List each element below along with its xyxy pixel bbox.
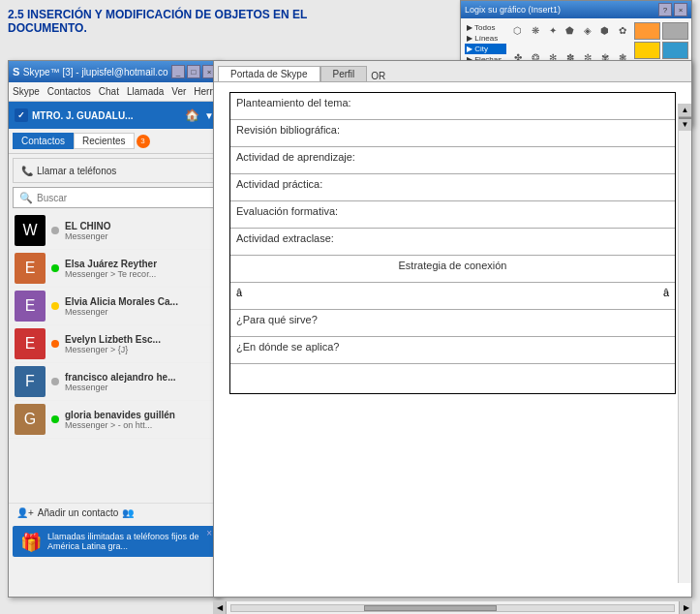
label-revision: Revisión bibliográfica: xyxy=(236,124,340,136)
skype-maximize-button[interactable]: □ xyxy=(187,65,200,78)
scrollbar-down-button[interactable]: ▼ xyxy=(679,117,691,131)
contact-name: EL CHINO xyxy=(65,221,214,231)
hscroll-thumb[interactable] xyxy=(364,605,497,611)
hscroll-right-button[interactable]: ▶ xyxy=(679,601,692,615)
word-scrollbar[interactable]: ▲ ▼ xyxy=(678,104,691,583)
row-actividad-practica: Actividad práctica: xyxy=(230,174,675,201)
skype-minimize-button[interactable]: _ xyxy=(171,65,185,78)
contact-avatar: W xyxy=(15,215,46,246)
shape-item[interactable]: ⬡ xyxy=(510,22,526,38)
contact-item[interactable]: EElvia Alicia Morales Ca...Messenger xyxy=(9,288,220,325)
contact-info: EL CHINOMessenger xyxy=(65,221,214,241)
menu-contactos[interactable]: Contactos xyxy=(47,86,91,97)
label-extraclase: Actividad extraclase: xyxy=(236,232,334,244)
contact-status: Messenger > Te recor... xyxy=(65,269,214,279)
contact-info: francisco alejandro he...Messenger xyxy=(65,372,214,392)
contact-item[interactable]: Ffrancisco alejandro he...Messenger xyxy=(9,363,220,401)
sidebar-item-todos[interactable]: ▶ Todos xyxy=(465,22,506,33)
shapes-minimize-button[interactable]: ? xyxy=(658,3,672,16)
status-indicator xyxy=(51,340,59,348)
shape-item[interactable]: ◈ xyxy=(580,22,595,38)
people-icon: 👥 xyxy=(122,507,134,518)
shapes-title: Logix su gráfico (Insert1) xyxy=(465,5,561,15)
search-input[interactable] xyxy=(37,193,209,203)
contact-item[interactable]: Ggloria benavides guillénMessenger > - o… xyxy=(9,401,220,439)
search-icon: 🔍 xyxy=(19,192,33,204)
color-btn-orange[interactable] xyxy=(634,22,660,40)
skype-tabs: Contactos Recientes 3 xyxy=(9,129,220,154)
row-para-que: ¿Para qué sirve? xyxy=(230,310,675,337)
skype-toolbar: ✓ MTRO. J. GUADALU... 🏠 ▼ xyxy=(9,102,220,129)
contact-status: Messenger > - on htt... xyxy=(65,420,214,430)
tab-contacts[interactable]: Contactos xyxy=(13,133,74,149)
skype-promo-banner: × 🎁 Llamadas ilimitadas a teléfonos fijo… xyxy=(13,526,216,557)
scrollbar-up-button[interactable]: ▲ xyxy=(679,104,691,117)
color-btn-blue[interactable] xyxy=(662,42,688,59)
row-estrategia: Estrategia de conexión xyxy=(230,256,675,283)
contact-info: gloria benavides guillénMessenger > - on… xyxy=(65,410,214,430)
menu-chat[interactable]: Chat xyxy=(99,86,119,97)
contact-item[interactable]: EElsa Juárez ReytherMessenger > Te recor… xyxy=(9,250,220,288)
contact-info: Evelyn Lizbeth Esc...Messenger > {J} xyxy=(65,334,214,354)
contact-name: francisco alejandro he... xyxy=(65,372,214,383)
shape-item[interactable]: ⬟ xyxy=(563,22,578,38)
contact-avatar: E xyxy=(15,328,46,359)
shape-item[interactable]: ✿ xyxy=(615,22,630,38)
scrollbar-thumb[interactable] xyxy=(679,117,691,119)
search-box[interactable]: 🔍 xyxy=(13,187,216,208)
row-extraclase: Actividad extraclase: xyxy=(230,229,675,256)
header-line1: 2.5 INSERCIÓN Y MODIFICACIÓN DE OBJETOS … xyxy=(8,8,443,21)
contact-status: Messenger xyxy=(65,231,214,241)
skype-title: Skype™ [3] - jlupisfel@hotmail.co xyxy=(19,67,171,77)
home-icon[interactable]: 🏠 xyxy=(183,107,200,124)
promo-icon: 🎁 xyxy=(20,532,42,553)
phone-icon: 📞 xyxy=(21,166,33,176)
skype-titlebar: S Skype™ [3] - jlupisfel@hotmail.co _ □ … xyxy=(9,61,220,82)
skype-checked-icon: ✓ xyxy=(15,108,28,122)
contact-status: Messenger > {J} xyxy=(65,345,214,354)
contact-info: Elsa Juárez ReytherMessenger > Te recor.… xyxy=(65,259,214,279)
contact-item[interactable]: WEL CHINOMessenger xyxy=(9,212,220,250)
document-table: Planteamiento del tema: Revisión bibliog… xyxy=(229,92,676,394)
skype-title-buttons: _ □ × xyxy=(171,65,216,78)
sidebar-item-lines[interactable]: ▶ Líneas xyxy=(465,33,506,44)
contact-name: Elvia Alicia Morales Ca... xyxy=(65,296,214,307)
hscroll-track[interactable] xyxy=(230,604,675,612)
tab-portada[interactable]: Portada de Skype xyxy=(218,66,320,81)
contact-name: gloria benavides guillén xyxy=(65,410,214,420)
shapes-titlebar: Logix su gráfico (Insert1) ? × xyxy=(461,1,691,18)
add-icon: 👤+ xyxy=(16,507,34,518)
menu-llamada[interactable]: Llamada xyxy=(127,86,164,97)
status-indicator xyxy=(51,302,59,310)
color-btn-gray[interactable] xyxy=(662,22,688,40)
shape-item[interactable]: ❋ xyxy=(528,22,543,38)
sidebar-item-city[interactable]: ▶ City xyxy=(465,44,506,54)
menu-skype[interactable]: Skype xyxy=(13,86,40,97)
shape-item[interactable]: ✦ xyxy=(545,22,561,38)
label-actividad-practica: Actividad práctica: xyxy=(236,178,322,190)
arrow-right: â xyxy=(663,287,669,298)
call-phones-button[interactable]: 📞 Llamar a teléfonos xyxy=(13,158,216,183)
word-window: Portada de Skype Perfil OR Planteamiento… xyxy=(213,60,692,598)
status-indicator xyxy=(51,264,59,272)
hscroll-left-button[interactable]: ◀ xyxy=(213,601,227,615)
promo-close-button[interactable]: × xyxy=(206,528,212,538)
skype-window: S Skype™ [3] - jlupisfel@hotmail.co _ □ … xyxy=(8,60,221,598)
color-btn-yellow[interactable] xyxy=(634,42,660,59)
contact-avatar: E xyxy=(15,253,46,284)
contact-item[interactable]: EEvelyn Lizbeth Esc...Messenger > {J} xyxy=(9,325,220,363)
add-contact-button[interactable]: 👤+ Añadir un contacto 👥 xyxy=(9,503,220,522)
tab-recent[interactable]: Recientes xyxy=(74,133,134,149)
row-donde: ¿En dónde se aplica? xyxy=(230,337,675,364)
word-hscrollbar[interactable]: ◀ ▶ xyxy=(213,600,692,614)
contact-status: Messenger xyxy=(65,307,214,317)
color-buttons xyxy=(634,22,688,59)
contact-avatar: F xyxy=(15,366,46,397)
label-actividad-aprendizaje: Actividad de aprendizaje: xyxy=(236,151,355,163)
shape-item[interactable]: ⬢ xyxy=(597,22,613,38)
contact-name: Evelyn Lizbeth Esc... xyxy=(65,334,214,345)
shapes-close-button[interactable]: × xyxy=(674,3,687,16)
contact-avatar: E xyxy=(15,291,46,322)
tab-perfil[interactable]: Perfil xyxy=(320,66,368,81)
menu-ver[interactable]: Ver xyxy=(171,86,186,97)
